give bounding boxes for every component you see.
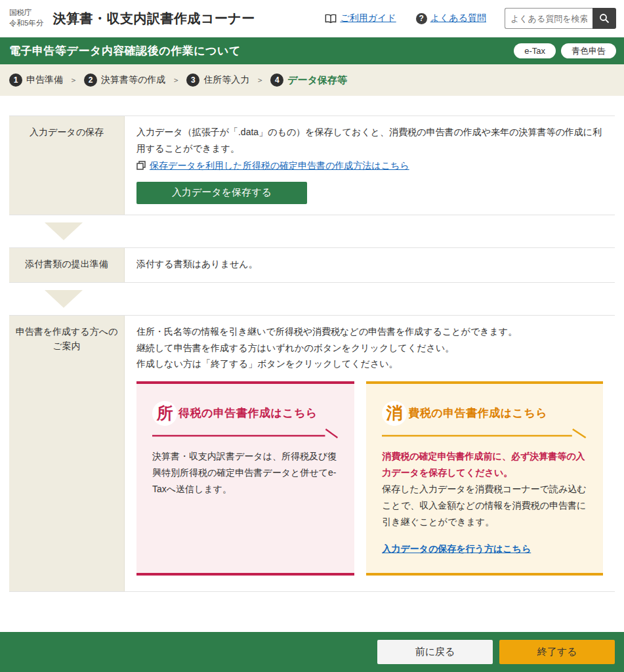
finish-button[interactable]: 終了する [499,640,615,664]
agency-year-block: 国税庁 令和5年分 [9,8,43,28]
step-2-circle: 2 [84,74,97,87]
guidance-line-1: 住所・氏名等の情報を引き継いで所得税や消費税などの申告書を作成することができます… [136,324,603,340]
back-button[interactable]: 前に戻る [377,640,493,664]
consumption-tax-warning: 消費税の確定申告書作成前に、必ず決算書等の入力データを保存してください。 [382,448,587,481]
section-guidance: 申告書を作成する方への ご案内 住所・氏名等の情報を引き継いで所得税や消費税など… [9,315,615,592]
section-attachments-content: 添付する書類はありません。 [125,248,615,283]
step-separator: ＞ [172,75,180,86]
save-input-data-button[interactable]: 入力データを保存する [136,182,307,204]
search-button[interactable] [593,8,616,29]
search-input[interactable] [505,8,593,29]
income-tax-card[interactable]: 所 得税の申告書作成はこちら 決算書・収支内訳書データは、所得税及び復興特別所得… [136,381,354,576]
section-attachments-label: 添付書類の提出準備 [9,248,125,283]
top-header: 国税庁 令和5年分 決算書・収支内訳書作成コーナー ご利用ガイド ? よくある質… [0,0,624,37]
step-2-label: 決算書等の作成 [101,74,165,86]
book-icon [325,14,337,24]
consumption-tax-title-rest: 費税の申告書作成はこちら [408,404,547,423]
main-content: 入力データの保存 入力データ（拡張子が「.data」のもの）を保存しておくと、消… [0,96,624,632]
external-window-icon [136,161,146,170]
steps-breadcrumb: 1 申告準備 ＞ 2 決算書等の作成 ＞ 3 住所等入力 ＞ 4 データ保存等 [0,64,624,96]
agency-name: 国税庁 [9,8,43,18]
income-tax-card-title: 所 得税の申告書作成はこちら [152,401,339,426]
step-address: 3 住所等入力 [186,74,249,87]
consumption-tax-first-char: 消 [382,401,407,426]
guidance-line-2: 継続して申告書を作成する方はいずれかのボタンをクリックしてください。 [136,340,603,356]
tax-year: 令和5年分 [9,18,43,29]
question-icon: ? [416,13,427,24]
section-guidance-content: 住所・氏名等の情報を引き継いで所得税や消費税などの申告書を作成することができます… [125,316,615,591]
etax-badge: e-Tax [514,43,556,59]
blue-return-badge: 青色申告 [561,43,616,59]
step-1-label: 申告準備 [26,74,63,86]
arrow-underline-icon [152,427,339,439]
income-tax-card-body: 決算書・収支内訳書データは、所得税及び復興特別所得税の確定申告書データと併せてe… [152,448,339,498]
section-attachments: 添付書類の提出準備 添付する書類はありません。 [9,247,615,284]
step-separator: ＞ [256,75,264,86]
step-3-label: 住所等入力 [203,74,249,86]
save-data-description: 入力データ（拡張子が「.data」のもの）を保存しておくと、消費税の申告書の作成… [136,124,603,156]
income-tax-title-rest: 得税の申告書作成はこちら [178,404,318,423]
consumption-tax-card[interactable]: 消 費税の申告書作成はこちら 消費税の確定申告書作成前に、必ず決算書等の入力デー… [366,381,603,576]
section-save-data: 入力データの保存 入力データ（拡張子が「.data」のもの）を保存しておくと、消… [9,116,615,215]
footer-action-bar: 前に戻る 終了する [0,632,624,672]
guidance-label-line2: ご案内 [14,339,119,353]
faq-link[interactable]: ? よくある質問 [416,12,486,24]
step-separator: ＞ [70,75,77,86]
step-4-label: データ保存等 [287,74,347,87]
tax-cards: 所 得税の申告書作成はこちら 決算書・収支内訳書データは、所得税及び復興特別所得… [136,381,603,581]
saved-data-howto-link[interactable]: 保存データを利用した所得税の確定申告書の作成方法はこちら [150,158,409,174]
step-1-circle: 1 [9,74,22,87]
guidance-label-line1: 申告書を作成する方への [14,324,119,339]
step-data-save: 4 データ保存等 [270,74,347,87]
page-title: 電子申告等データ内容確認後の作業について [9,43,241,58]
usage-guide-link[interactable]: ご利用ガイド [325,12,396,24]
down-arrow [45,222,83,240]
faq-search [505,8,616,29]
faq-label: よくある質問 [430,12,486,24]
usage-guide-label: ご利用ガイド [340,12,396,24]
consumption-tax-card-title: 消 費税の申告書作成はこちら [382,401,587,426]
search-icon [599,13,610,24]
save-input-data-link[interactable]: 入力データの保存を行う方はこちら [382,541,531,557]
step-statements: 2 決算書等の作成 [84,74,165,87]
guidance-line-3: 作成しない方は「終了する」ボタンをクリックしてください。 [136,356,603,372]
income-tax-first-char: 所 [152,401,177,426]
app-title: 決算書・収支内訳書作成コーナー [52,10,255,28]
page-title-bar: 電子申告等データ内容確認後の作業について e-Tax 青色申告 [0,37,624,64]
consumption-tax-card-body: 保存した入力データを消費税コーナーで読み込むことで、収入金額などの情報を消費税の… [382,481,587,531]
step-preparation: 1 申告準備 [9,74,63,87]
header-links: ご利用ガイド ? よくある質問 [325,8,616,29]
step-4-circle: 4 [270,74,283,87]
badges: e-Tax 青色申告 [514,43,616,59]
section-save-data-content: 入力データ（拡張子が「.data」のもの）を保存しておくと、消費税の申告書の作成… [125,116,615,215]
guidance-paragraphs: 住所・氏名等の情報を引き継いで所得税や消費税などの申告書を作成することができます… [136,324,603,372]
section-save-data-label: 入力データの保存 [9,116,125,215]
step-3-circle: 3 [186,74,199,87]
arrow-underline-icon [382,427,587,439]
section-guidance-label: 申告書を作成する方への ご案内 [9,316,125,591]
down-arrow [45,290,83,308]
